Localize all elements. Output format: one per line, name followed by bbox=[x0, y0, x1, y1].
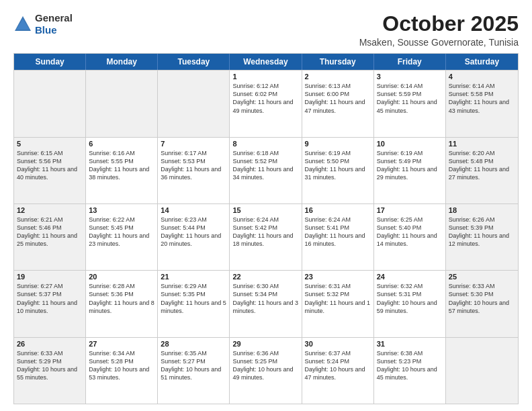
day-number: 11 bbox=[449, 140, 515, 148]
cell-info: Sunrise: 6:31 AM Sunset: 5:32 PM Dayligh… bbox=[305, 282, 371, 315]
logo-blue: Blue bbox=[35, 24, 57, 36]
cell-info: Sunrise: 6:30 AM Sunset: 5:34 PM Dayligh… bbox=[232, 282, 298, 315]
cell-info: Sunrise: 6:33 AM Sunset: 5:30 PM Dayligh… bbox=[449, 282, 515, 315]
day-number: 24 bbox=[377, 273, 443, 281]
cal-cell bbox=[86, 71, 158, 136]
day-number: 19 bbox=[17, 273, 83, 281]
svg-marker-1 bbox=[16, 19, 30, 30]
day-number: 3 bbox=[377, 73, 443, 81]
cal-cell: 18Sunrise: 6:26 AM Sunset: 5:39 PM Dayli… bbox=[446, 204, 518, 270]
day-number: 31 bbox=[377, 340, 443, 348]
day-number: 10 bbox=[377, 140, 443, 148]
header-day-tuesday: Tuesday bbox=[158, 54, 230, 70]
cal-cell: 26Sunrise: 6:33 AM Sunset: 5:29 PM Dayli… bbox=[14, 338, 86, 404]
cell-info: Sunrise: 6:17 AM Sunset: 5:53 PM Dayligh… bbox=[161, 149, 226, 182]
day-number: 14 bbox=[161, 206, 226, 214]
day-number: 22 bbox=[232, 273, 298, 281]
day-number: 2 bbox=[305, 73, 371, 81]
header-day-monday: Monday bbox=[86, 54, 158, 70]
cell-info: Sunrise: 6:12 AM Sunset: 6:02 PM Dayligh… bbox=[232, 82, 298, 115]
cal-cell bbox=[446, 338, 518, 404]
header-day-wednesday: Wednesday bbox=[230, 54, 302, 70]
week-row-4: 19Sunrise: 6:27 AM Sunset: 5:37 PM Dayli… bbox=[14, 270, 518, 336]
month-title: October 2025 bbox=[359, 12, 519, 36]
cell-info: Sunrise: 6:15 AM Sunset: 5:56 PM Dayligh… bbox=[17, 149, 83, 182]
cal-cell: 5Sunrise: 6:15 AM Sunset: 5:56 PM Daylig… bbox=[14, 138, 86, 203]
cal-cell: 23Sunrise: 6:31 AM Sunset: 5:32 PM Dayli… bbox=[302, 271, 374, 336]
calendar: SundayMondayTuesdayWednesdayThursdayFrid… bbox=[13, 53, 519, 404]
cell-info: Sunrise: 6:29 AM Sunset: 5:35 PM Dayligh… bbox=[161, 282, 226, 315]
cell-info: Sunrise: 6:14 AM Sunset: 5:59 PM Dayligh… bbox=[377, 82, 443, 115]
day-number: 6 bbox=[89, 140, 154, 148]
day-number: 8 bbox=[232, 140, 298, 148]
cell-info: Sunrise: 6:16 AM Sunset: 5:55 PM Dayligh… bbox=[89, 149, 154, 182]
cal-cell: 21Sunrise: 6:29 AM Sunset: 5:35 PM Dayli… bbox=[158, 271, 230, 336]
day-number: 17 bbox=[377, 206, 443, 214]
day-number: 27 bbox=[89, 340, 154, 348]
day-number: 1 bbox=[232, 73, 298, 81]
cell-info: Sunrise: 6:38 AM Sunset: 5:23 PM Dayligh… bbox=[377, 349, 443, 382]
day-number: 7 bbox=[161, 140, 226, 148]
week-row-5: 26Sunrise: 6:33 AM Sunset: 5:29 PM Dayli… bbox=[14, 337, 518, 404]
location: Msaken, Sousse Governorate, Tunisia bbox=[359, 37, 519, 48]
page: General Blue October 2025 Msaken, Sousse… bbox=[0, 0, 532, 411]
cal-cell: 12Sunrise: 6:21 AM Sunset: 5:46 PM Dayli… bbox=[14, 204, 86, 270]
cell-info: Sunrise: 6:21 AM Sunset: 5:46 PM Dayligh… bbox=[17, 216, 83, 248]
cal-cell: 1Sunrise: 6:12 AM Sunset: 6:02 PM Daylig… bbox=[230, 71, 302, 136]
cell-info: Sunrise: 6:24 AM Sunset: 5:41 PM Dayligh… bbox=[305, 216, 371, 248]
week-row-2: 5Sunrise: 6:15 AM Sunset: 5:56 PM Daylig… bbox=[14, 137, 518, 203]
cell-info: Sunrise: 6:14 AM Sunset: 5:58 PM Dayligh… bbox=[449, 82, 515, 115]
cal-cell: 10Sunrise: 6:19 AM Sunset: 5:49 PM Dayli… bbox=[374, 138, 446, 203]
cell-info: Sunrise: 6:13 AM Sunset: 6:00 PM Dayligh… bbox=[305, 82, 371, 115]
day-number: 28 bbox=[161, 340, 226, 348]
cell-info: Sunrise: 6:26 AM Sunset: 5:39 PM Dayligh… bbox=[449, 216, 515, 248]
cal-cell: 16Sunrise: 6:24 AM Sunset: 5:41 PM Dayli… bbox=[302, 204, 374, 270]
cell-info: Sunrise: 6:25 AM Sunset: 5:40 PM Dayligh… bbox=[377, 216, 443, 248]
cell-info: Sunrise: 6:35 AM Sunset: 5:27 PM Dayligh… bbox=[161, 349, 226, 382]
cell-info: Sunrise: 6:33 AM Sunset: 5:29 PM Dayligh… bbox=[17, 349, 83, 382]
logo-text: General Blue bbox=[35, 12, 73, 36]
cell-info: Sunrise: 6:32 AM Sunset: 5:31 PM Dayligh… bbox=[377, 282, 443, 315]
day-number: 13 bbox=[89, 206, 154, 214]
header-day-friday: Friday bbox=[374, 54, 446, 70]
cal-cell: 3Sunrise: 6:14 AM Sunset: 5:59 PM Daylig… bbox=[374, 71, 446, 136]
cell-info: Sunrise: 6:18 AM Sunset: 5:52 PM Dayligh… bbox=[232, 149, 298, 182]
cal-cell: 19Sunrise: 6:27 AM Sunset: 5:37 PM Dayli… bbox=[14, 271, 86, 336]
cal-cell bbox=[14, 71, 86, 136]
cal-cell: 31Sunrise: 6:38 AM Sunset: 5:23 PM Dayli… bbox=[374, 338, 446, 404]
calendar-header: SundayMondayTuesdayWednesdayThursdayFrid… bbox=[14, 54, 518, 70]
cal-cell: 25Sunrise: 6:33 AM Sunset: 5:30 PM Dayli… bbox=[446, 271, 518, 336]
day-number: 9 bbox=[305, 140, 371, 148]
header-day-thursday: Thursday bbox=[302, 54, 374, 70]
cell-info: Sunrise: 6:22 AM Sunset: 5:45 PM Dayligh… bbox=[89, 216, 154, 248]
day-number: 12 bbox=[17, 206, 83, 214]
cell-info: Sunrise: 6:19 AM Sunset: 5:50 PM Dayligh… bbox=[305, 149, 371, 182]
title-block: October 2025 Msaken, Sousse Governorate,… bbox=[359, 12, 519, 48]
cal-cell: 2Sunrise: 6:13 AM Sunset: 6:00 PM Daylig… bbox=[302, 71, 374, 136]
cell-info: Sunrise: 6:19 AM Sunset: 5:49 PM Dayligh… bbox=[377, 149, 443, 182]
day-number: 15 bbox=[232, 206, 298, 214]
cal-cell: 24Sunrise: 6:32 AM Sunset: 5:31 PM Dayli… bbox=[374, 271, 446, 336]
day-number: 18 bbox=[449, 206, 515, 214]
cal-cell: 6Sunrise: 6:16 AM Sunset: 5:55 PM Daylig… bbox=[86, 138, 158, 203]
calendar-body: 1Sunrise: 6:12 AM Sunset: 6:02 PM Daylig… bbox=[14, 70, 518, 404]
day-number: 4 bbox=[449, 73, 515, 81]
cal-cell: 14Sunrise: 6:23 AM Sunset: 5:44 PM Dayli… bbox=[158, 204, 230, 270]
cell-info: Sunrise: 6:27 AM Sunset: 5:37 PM Dayligh… bbox=[17, 282, 83, 315]
cell-info: Sunrise: 6:37 AM Sunset: 5:24 PM Dayligh… bbox=[305, 349, 371, 382]
cal-cell: 15Sunrise: 6:24 AM Sunset: 5:42 PM Dayli… bbox=[230, 204, 302, 270]
cell-info: Sunrise: 6:20 AM Sunset: 5:48 PM Dayligh… bbox=[449, 149, 515, 182]
cal-cell: 9Sunrise: 6:19 AM Sunset: 5:50 PM Daylig… bbox=[302, 138, 374, 203]
day-number: 20 bbox=[89, 273, 154, 281]
day-number: 16 bbox=[305, 206, 371, 214]
cal-cell: 17Sunrise: 6:25 AM Sunset: 5:40 PM Dayli… bbox=[374, 204, 446, 270]
header: General Blue October 2025 Msaken, Sousse… bbox=[13, 12, 519, 48]
cal-cell bbox=[158, 71, 230, 136]
cell-info: Sunrise: 6:36 AM Sunset: 5:25 PM Dayligh… bbox=[232, 349, 298, 382]
cal-cell: 20Sunrise: 6:28 AM Sunset: 5:36 PM Dayli… bbox=[86, 271, 158, 336]
cal-cell: 7Sunrise: 6:17 AM Sunset: 5:53 PM Daylig… bbox=[158, 138, 230, 203]
day-number: 21 bbox=[161, 273, 226, 281]
day-number: 26 bbox=[17, 340, 83, 348]
cal-cell: 8Sunrise: 6:18 AM Sunset: 5:52 PM Daylig… bbox=[230, 138, 302, 203]
header-day-sunday: Sunday bbox=[14, 54, 86, 70]
